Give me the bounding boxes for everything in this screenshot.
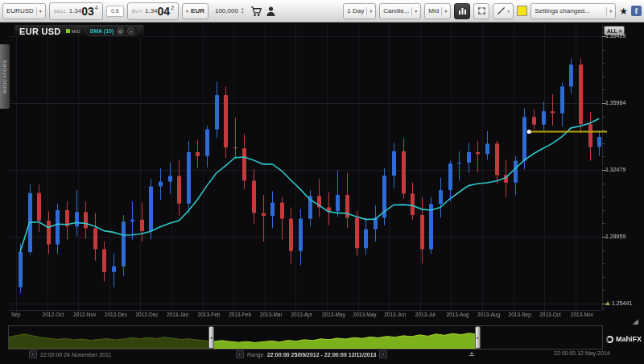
top-toolbar: EURUSD ▾ SELL 1.34 03 4 0.8 BUY 1.34 04 …	[0, 0, 644, 23]
period-label: 1 Day	[347, 7, 364, 14]
color-swatch-yellow[interactable]	[517, 6, 527, 16]
mid-badge: MID	[66, 29, 80, 34]
sell-price-pip: 4	[95, 5, 98, 10]
amount-stepper[interactable]: ▲ ▼	[241, 7, 244, 15]
pair-selector[interactable]: EURUSD ▾	[2, 3, 46, 19]
sell-label: SELL	[54, 9, 67, 14]
x-axis-label: Sep	[11, 312, 21, 317]
chevron-down-icon: ▾	[186, 7, 188, 15]
start-date-label: 22:00:00 24 November 2011	[40, 352, 111, 358]
navigator-range: ▪ Range 22:00:00 25/09/2012 - 22:00:00 1…	[236, 350, 387, 358]
period-selector[interactable]: 1 Day ▾	[343, 3, 376, 19]
x-axis-label: 2012-Dec	[105, 312, 127, 317]
indicators-tab[interactable]: INDICATORS	[0, 44, 10, 109]
range-value-label: 22:00:00 25/09/2012 - 22:00:00 12/11/201…	[267, 352, 377, 358]
fullscreen-button[interactable]	[473, 3, 489, 19]
pair-label: EURUSD	[6, 7, 34, 14]
currency-label: EUR	[191, 7, 204, 14]
sma-label: SMA (10)	[90, 28, 114, 34]
mini-chart-icon	[458, 6, 467, 15]
x-axis-label: 2013-Sep	[509, 312, 531, 317]
chevron-down-icon: ▾	[441, 7, 447, 15]
sell-price-big: 03	[81, 6, 94, 17]
buy-price-prefix: 1.34	[145, 7, 158, 14]
resize-corner-icon[interactable]: ◢	[633, 317, 638, 325]
mahifx-logo: MahiFX ™	[606, 335, 644, 343]
currency-selector[interactable]: ▾ EUR	[182, 3, 208, 19]
sma-settings-gear-icon[interactable]: ⚙	[117, 27, 124, 35]
chart-controls: 1 Day ▾ Candle... ▾ Mid ▾ ▾	[343, 3, 642, 19]
stepper-down-icon: ▼	[241, 11, 244, 15]
account-person-icon[interactable]	[266, 6, 276, 17]
buy-price-pip: 2	[171, 5, 174, 10]
x-axis-label: 2013-Jan	[167, 312, 188, 317]
navigator-start-date: ▪ 22:00:00 24 November 2011	[29, 350, 111, 358]
price-axis-label: 1.39499	[605, 33, 625, 39]
chart-title: EUR USD	[19, 27, 61, 36]
x-axis-label: 2013-Jun	[384, 312, 406, 317]
price-axis-label: 1.32479	[605, 167, 625, 172]
buy-button[interactable]: BUY 1.34 04 2	[127, 2, 179, 20]
chevron-down-icon: ▾	[507, 9, 510, 14]
mid-color-square	[66, 29, 70, 33]
range-right-icon[interactable]: ▪	[379, 350, 387, 358]
price-axis-label: 1.28959	[605, 234, 625, 239]
buy-label: BUY	[132, 9, 142, 14]
navigator-right-handle[interactable]: ▸	[475, 326, 481, 349]
alert-triangle-icon	[605, 301, 610, 305]
x-axis-label: 2012-Nov	[73, 312, 96, 317]
chevron-down-icon: ▾	[36, 7, 42, 15]
x-axis-label: 2012-Dec	[135, 312, 158, 317]
amount-input[interactable]: 100,000 ▲ ▼	[212, 4, 247, 19]
chart-header: EUR USD MID SMA (10) ⚙ ×	[14, 25, 144, 37]
trade-controls: EURUSD ▾ SELL 1.34 03 4 0.8 BUY 1.34 04 …	[2, 2, 276, 20]
x-axis-label: 2013-May	[322, 312, 345, 317]
x-axis-label: 2013-Mar	[260, 312, 283, 317]
handle-eject-icon[interactable]: ▲	[469, 350, 474, 356]
x-axis-label: 2013-Apr	[291, 312, 312, 317]
chart-style-label: Candle...	[383, 7, 409, 14]
handle-left-icon: ◂	[210, 335, 213, 340]
sma-close-icon[interactable]: ×	[127, 27, 134, 35]
chevron-down-icon: ▾	[366, 7, 372, 15]
x-axis-label: 2012-Oct	[43, 312, 64, 317]
navigator-left-handle[interactable]: ◂	[208, 326, 214, 349]
x-axis-label: 2013-Jul	[415, 312, 436, 317]
chart-style-selector[interactable]: Candle... ▾	[379, 3, 421, 19]
x-axis-label: 2013-Nov	[571, 312, 593, 317]
mahifx-logo-icon	[606, 336, 613, 343]
trendline-icon	[497, 6, 506, 15]
start-date-icon[interactable]: ▪	[29, 350, 37, 358]
x-axis-label: 2013-Feb	[198, 312, 221, 317]
sma-indicator-badge[interactable]: SMA (10) ⚙ ×	[85, 26, 140, 36]
range-prefix-label: Range	[247, 352, 264, 358]
chart-view-button[interactable]	[454, 3, 470, 19]
expand-arrows-icon	[477, 6, 486, 15]
navigator-end-date: 22:00:00 12 May 2014	[554, 350, 610, 356]
x-axis-label: 2013-Aug	[446, 312, 469, 317]
range-left-icon[interactable]: ▪	[236, 350, 244, 358]
chart-area: INDICATORS EUR USD MID SMA (10) ⚙ × ALL …	[0, 23, 644, 364]
facebook-icon[interactable]: f	[631, 6, 642, 16]
trading-app-window: EURUSD ▾ SELL 1.34 03 4 0.8 BUY 1.34 04 …	[0, 0, 644, 364]
chevron-down-icon: ▾	[606, 7, 612, 15]
line-draw-tool[interactable]: ▾	[493, 3, 514, 19]
amount-value: 100,000	[215, 7, 238, 14]
settings-label: Settings changed...	[535, 7, 590, 14]
buy-price-big: 04	[158, 6, 171, 17]
settings-selector[interactable]: Settings changed... ▾	[530, 3, 616, 19]
handle-right-icon: ▸	[477, 335, 479, 340]
chevron-down-icon: ▾	[411, 7, 417, 15]
favorite-star-icon[interactable]: ★	[619, 6, 628, 16]
cart-icon[interactable]	[250, 6, 262, 17]
x-axis-label: 2013-May	[353, 312, 377, 317]
end-date-label: 22:00:00 12 May 2014	[554, 350, 610, 356]
price-axis-label: 1.35984	[605, 100, 625, 105]
sell-button[interactable]: SELL 1.34 03 4	[49, 2, 103, 20]
sell-price-prefix: 1.34	[69, 7, 82, 14]
navigator-chart[interactable]	[0, 325, 644, 351]
spread-value: 0.8	[106, 6, 124, 17]
price-mode-label: Mid	[428, 7, 439, 14]
indicators-tab-label: INDICATORS	[2, 60, 7, 93]
price-mode-selector[interactable]: Mid ▾	[424, 3, 451, 19]
